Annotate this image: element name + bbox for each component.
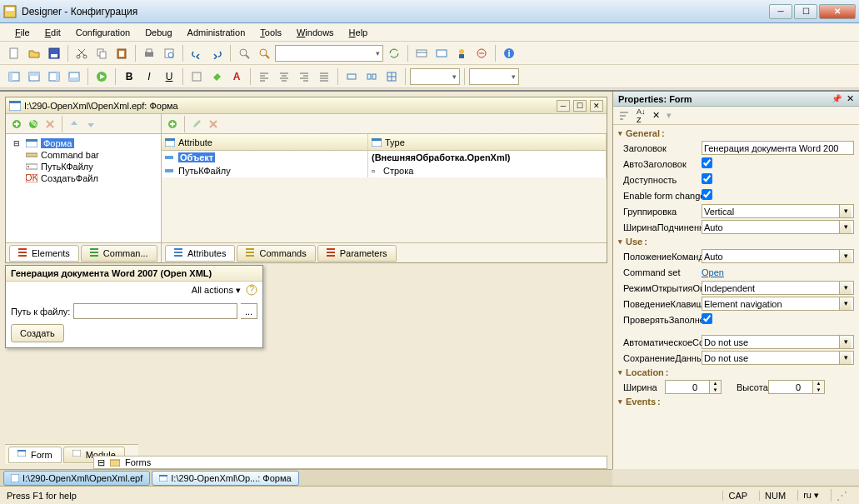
textcolor-icon[interactable]: A [227,67,246,86]
style-combo[interactable] [469,68,519,85]
attr-row[interactable]: ПутьКФайлу [162,164,367,177]
search-combo[interactable] [275,45,383,62]
add2-icon[interactable]: ✎ [26,117,41,132]
autosave-select[interactable]: Do not use [702,335,854,349]
close-button[interactable]: ✕ [819,4,856,19]
section-general[interactable]: General [618,127,854,140]
sort-icon[interactable] [618,111,630,121]
help-icon[interactable]: ? [246,284,257,296]
fillcolor-icon[interactable] [207,67,226,86]
cut-icon[interactable] [72,44,91,62]
pin-icon[interactable]: 📌 [832,94,842,103]
tab-elements[interactable]: Elements [9,245,79,262]
paste-icon[interactable] [112,44,131,62]
align-center-icon[interactable] [275,67,293,86]
savedata-select[interactable]: Do not use [702,351,854,365]
tree-root[interactable]: ⊟ Форма [9,137,157,149]
undo-icon[interactable] [187,44,206,62]
module-icon[interactable] [412,44,431,62]
file-tab[interactable]: I:\290-OpenXml\OpenXml.epf [3,471,150,486]
childwidth-select[interactable]: Auto [702,220,854,234]
menu-windows[interactable]: Windows [290,26,341,39]
browse-button[interactable]: ... [241,303,257,319]
tab-parameters[interactable]: Parameters [317,245,397,262]
attr-row[interactable]: Объект [162,151,367,164]
width-spinner[interactable]: ▲▼ [710,380,722,394]
keybehavior-select[interactable]: Element navigation [702,297,854,311]
height-input[interactable] [768,380,813,394]
toggle-icon[interactable]: ✕ [652,110,660,121]
openmode-select[interactable]: Independent [702,281,854,295]
add-icon[interactable] [9,117,24,132]
status-lang[interactable]: ru ▾ [797,490,824,501]
find-icon[interactable] [235,44,253,62]
align-left-icon[interactable] [255,67,273,86]
create-button[interactable]: Создать [11,324,64,342]
tab-commands-left[interactable]: Comman... [81,245,157,262]
save-icon[interactable] [45,44,63,62]
auto-title-checkbox[interactable] [702,157,712,168]
tab-commands[interactable]: Commands [237,245,315,262]
enable-change-checkbox[interactable] [702,189,712,200]
merge2-icon[interactable] [362,67,381,86]
delete-icon[interactable] [206,117,221,132]
tree-item[interactable]: Command bar [24,149,157,161]
delete-icon[interactable] [42,117,57,132]
panel3-icon[interactable] [45,67,63,86]
align-justify-icon[interactable] [315,67,333,86]
section-use[interactable]: Use [618,235,854,248]
title-input[interactable] [702,141,854,155]
run-icon[interactable] [92,67,111,86]
all-actions-link[interactable]: All actions ▾ [192,285,241,296]
module2-icon[interactable] [432,44,451,62]
minus-icon[interactable]: ⊟ [97,457,105,468]
underline-icon[interactable]: U [160,67,178,86]
menu-file[interactable]: File [8,26,37,39]
new-icon[interactable] [5,44,23,62]
menu-configuration[interactable]: Configuration [69,26,137,39]
bgcolor-icon[interactable] [187,67,206,86]
minus-icon[interactable]: ⊟ [11,138,22,148]
dropdown-icon[interactable]: ▾ [667,110,672,121]
section-location[interactable]: Location [618,366,854,379]
tree-item[interactable]: ПутьКФайлу [24,161,157,172]
minimize-button[interactable]: ─ [769,4,792,19]
elements-tree[interactable]: ⊟ Форма Command bar ПутьКФайлу [6,134,161,187]
tab-attributes[interactable]: Attributes [165,245,235,262]
panel-close-icon[interactable]: ✕ [847,93,854,104]
menu-edit[interactable]: Edit [38,26,67,39]
panel4-icon[interactable] [65,67,83,86]
open-icon[interactable] [25,44,43,62]
bold-icon[interactable]: B [120,67,138,86]
type-row[interactable]: ▫Строка [368,164,606,177]
add-icon[interactable] [165,117,180,132]
availability-checkbox[interactable] [702,173,712,184]
section-events[interactable]: Events [618,395,854,408]
path-input[interactable] [73,303,237,319]
check-icon[interactable] [472,44,491,62]
height-spinner[interactable]: ▲▼ [813,380,825,394]
print-preview-icon[interactable] [160,44,178,62]
file-tab[interactable]: I:\290-OpenXml\Op...: Форма [152,471,298,486]
grouping-select[interactable]: Vertical [702,204,854,218]
menu-help[interactable]: Help [342,26,375,39]
refresh-icon[interactable] [385,44,403,62]
zoom-combo[interactable] [410,68,460,85]
sort-alpha-icon[interactable]: A↓Z [637,107,646,124]
movedown-icon[interactable] [83,117,98,132]
doc-minimize[interactable]: ─ [557,100,570,112]
wizard-icon[interactable] [452,44,471,62]
panel1-icon[interactable] [5,67,23,86]
redo-icon[interactable] [207,44,226,62]
doc-close[interactable]: ✕ [590,100,603,112]
edit-icon[interactable] [189,117,204,132]
merge-icon[interactable] [342,67,361,86]
italic-icon[interactable]: I [140,67,158,86]
doc-maximize[interactable]: ☐ [573,100,587,112]
menu-tools[interactable]: Tools [253,26,288,39]
type-row[interactable]: (ВнешняяОбработка.OpenXml) [368,151,606,164]
maximize-button[interactable]: ☐ [794,4,817,19]
align-right-icon[interactable] [295,67,313,86]
grid-icon[interactable] [382,67,401,86]
tab-form[interactable]: Form [8,447,62,463]
